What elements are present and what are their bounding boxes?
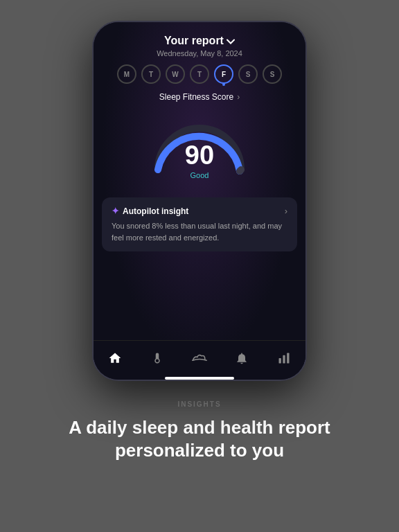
gauge-container: 90 Good [144, 107, 255, 177]
phone-frame: Your report Wednesday, May 8, 2024 M T W… [92, 21, 307, 381]
phone-screen: Your report Wednesday, May 8, 2024 M T W… [94, 22, 305, 380]
day-pills-container: M T W T F S S [117, 64, 282, 84]
nav-home[interactable] [103, 348, 127, 369]
insight-card[interactable]: ✦ Autopilot insight › You snored 8% less… [102, 197, 297, 251]
nav-sleep[interactable] [187, 348, 212, 369]
report-title[interactable]: Your report [164, 35, 235, 47]
chevron-down-icon [227, 35, 235, 47]
day-pill-thu[interactable]: T [190, 64, 209, 84]
header: Your report Wednesday, May 8, 2024 [157, 35, 242, 57]
nav-chart[interactable] [272, 348, 296, 369]
screen-content: Your report Wednesday, May 8, 2024 M T W… [94, 22, 305, 380]
score-label-text: Sleep Fitness Score [159, 92, 233, 102]
score-arrow-icon: › [237, 92, 240, 102]
home-indicator-bar [165, 377, 234, 380]
insight-body-text: You snored 8% less than usual last night… [112, 220, 287, 243]
day-pill-sat[interactable]: S [238, 64, 258, 84]
score-label-row[interactable]: Sleep Fitness Score › [159, 92, 240, 102]
bottom-nav [94, 340, 305, 374]
gauge-quality-label: Good [190, 171, 209, 179]
sparkle-icon: ✦ [112, 206, 119, 216]
insight-title-text: Autopilot insight [123, 206, 188, 216]
insights-eyebrow-label: INSIGHTS [177, 400, 221, 408]
day-pill-tue[interactable]: T [141, 64, 161, 84]
nav-thermometer[interactable] [145, 348, 170, 369]
gauge-text-group: 90 Good [185, 142, 214, 170]
day-pill-sun[interactable]: S [263, 64, 282, 84]
svg-rect-3 [279, 358, 281, 364]
insight-title: ✦ Autopilot insight [112, 206, 188, 216]
nav-alarm[interactable] [229, 348, 254, 369]
bottom-section: INSIGHTS A daily sleep and health report… [0, 400, 399, 461]
svg-rect-4 [283, 355, 285, 364]
report-date: Wednesday, May 8, 2024 [157, 49, 242, 57]
gauge-score: 90 [185, 142, 214, 168]
insight-chevron-icon: › [285, 206, 287, 216]
insight-card-header: ✦ Autopilot insight › [112, 206, 287, 216]
insights-heading-text: A daily sleep and health report personal… [28, 416, 371, 461]
day-pill-mon[interactable]: M [117, 64, 136, 84]
day-pill-wed[interactable]: W [166, 64, 185, 84]
report-title-text: Your report [164, 35, 224, 47]
svg-rect-5 [287, 353, 290, 364]
day-pill-fri[interactable]: F [214, 64, 233, 84]
